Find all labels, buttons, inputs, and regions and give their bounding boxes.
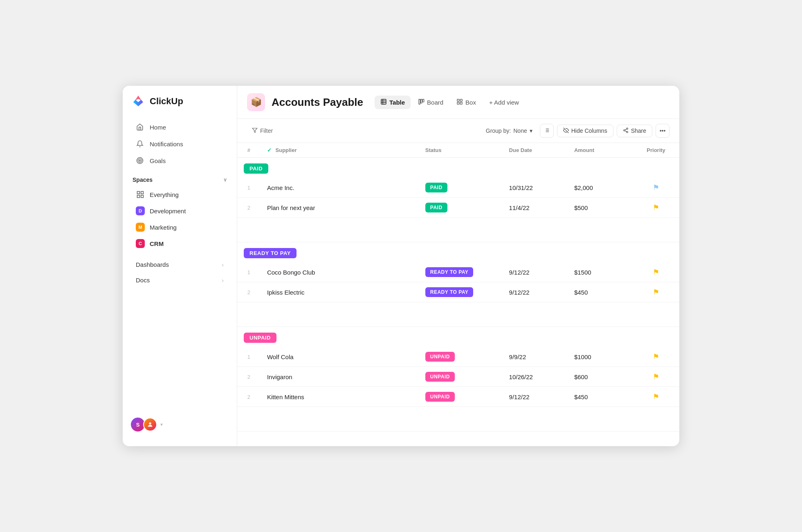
hide-columns-button[interactable]: Hide Columns [557, 125, 613, 137]
row-status[interactable]: UNPAID [419, 387, 503, 407]
col-header-status[interactable]: Status [419, 143, 503, 158]
row-status[interactable]: UNPAID [419, 367, 503, 387]
app-name: ClickUp [150, 96, 183, 107]
tab-table[interactable]: Table [375, 96, 411, 109]
table-wrapper: # ✓ Supplier Status Due Date Amount [237, 143, 679, 446]
tab-board[interactable]: Board [412, 96, 449, 109]
marketing-label: Marketing [150, 224, 177, 231]
row-supplier[interactable]: Kitten Mittens [261, 387, 419, 407]
tab-table-label: Table [389, 99, 405, 106]
row-supplier[interactable]: Ipkiss Electric [261, 282, 419, 302]
sidebar-item-everything[interactable]: Everything [126, 187, 234, 202]
sidebar-item-crm[interactable]: C CRM [126, 236, 234, 251]
svg-rect-6 [141, 192, 144, 194]
tab-box-label: Box [465, 99, 476, 106]
share-button[interactable]: Share [617, 125, 652, 137]
svg-point-9 [149, 422, 151, 425]
row-priority: ⚑ [633, 282, 679, 302]
svg-line-33 [625, 129, 627, 130]
table-row[interactable]: 1 Acme Inc. PAID 10/31/22 $2,000 ⚑ [237, 178, 679, 198]
col-header-duedate[interactable]: Due Date [503, 143, 568, 158]
more-options-button[interactable]: ••• [656, 124, 669, 138]
tab-box[interactable]: Box [451, 96, 482, 109]
table-row[interactable]: 2 Ipkiss Electric READY TO PAY 9/12/22 $… [237, 282, 679, 302]
row-amount: $1500 [568, 262, 633, 282]
everything-label: Everything [150, 191, 179, 198]
row-duedate: 11/4/22 [503, 198, 568, 218]
box-icon [456, 98, 463, 106]
sort-button[interactable] [540, 124, 554, 138]
sidebar-item-home[interactable]: Home [126, 119, 234, 135]
toolbar-right: Group by: None ▾ Hide Columns [482, 124, 669, 138]
add-view-button[interactable]: + Add view [483, 96, 525, 109]
group-label-cell: READY TO PAY [237, 242, 679, 263]
tab-board-label: Board [427, 99, 443, 106]
status-badge: UNPAID [425, 372, 455, 382]
row-priority: ⚑ [633, 262, 679, 282]
spaces-header: Spaces ∨ [123, 169, 237, 186]
svg-rect-14 [419, 99, 420, 104]
notifications-label: Notifications [150, 141, 183, 148]
table-row[interactable]: 2 Kitten Mittens UNPAID 9/12/22 $450 ⚑ [237, 387, 679, 407]
crm-label: CRM [150, 240, 164, 247]
col-status-label: Status [425, 147, 442, 153]
group-label-cell: UNPAID [237, 327, 679, 347]
row-supplier[interactable]: Coco Bongo Club [261, 262, 419, 282]
dashboards-chevron-icon: › [222, 261, 224, 268]
sidebar-nav: Home Notifications Goals [123, 118, 237, 169]
sidebar-bottom-nav: Dashboards › Docs › [123, 257, 237, 288]
table-row[interactable]: 2 Plan for next year PAID 11/4/22 $500 ⚑ [237, 198, 679, 218]
sidebar-item-docs[interactable]: Docs › [126, 273, 234, 288]
group-label-paid: PAID [244, 163, 268, 174]
docs-chevron-icon: › [222, 277, 224, 284]
table-row[interactable]: 1 Coco Bongo Club READY TO PAY 9/12/22 $… [237, 262, 679, 282]
col-header-supplier[interactable]: ✓ Supplier [261, 143, 419, 158]
goals-icon [136, 156, 144, 165]
row-amount: $2,000 [568, 178, 633, 198]
row-supplier[interactable]: Wolf Cola [261, 347, 419, 367]
row-status[interactable]: UNPAID [419, 347, 503, 367]
row-status[interactable]: READY TO PAY [419, 262, 503, 282]
row-duedate: 10/31/22 [503, 178, 568, 198]
table-header-row: # ✓ Supplier Status Due Date Amount [237, 143, 679, 158]
home-icon [136, 123, 144, 131]
row-num: 2 [237, 387, 261, 407]
row-supplier[interactable]: Plan for next year [261, 198, 419, 218]
col-header-amount[interactable]: Amount [568, 143, 633, 158]
table-body: PAID 1 Acme Inc. PAID 10/31/22 $2,000 ⚑ … [237, 158, 679, 431]
svg-point-3 [138, 159, 142, 163]
col-header-priority[interactable]: Priority [633, 143, 679, 158]
row-status[interactable]: READY TO PAY [419, 282, 503, 302]
filter-button[interactable]: Filter [247, 125, 278, 137]
table-row[interactable]: 2 Invigaron UNPAID 10/26/22 $600 ⚑ [237, 367, 679, 387]
status-badge: READY TO PAY [425, 287, 474, 297]
status-badge: READY TO PAY [425, 267, 474, 277]
svg-rect-8 [141, 195, 144, 198]
sidebar-item-dashboards[interactable]: Dashboards › [126, 257, 234, 272]
toolbar-left: Filter [247, 125, 278, 137]
svg-point-31 [626, 131, 628, 133]
row-status[interactable]: PAID [419, 178, 503, 198]
spaces-label: Spaces [133, 177, 153, 183]
user-menu-icon[interactable]: ▾ [160, 422, 163, 427]
row-supplier[interactable]: Acme Inc. [261, 178, 419, 198]
group-row-unpaid: UNPAID [237, 327, 679, 347]
row-supplier[interactable]: Invigaron [261, 367, 419, 387]
row-priority: ⚑ [633, 367, 679, 387]
marketing-icon: M [136, 223, 145, 232]
sidebar-item-marketing[interactable]: M Marketing [126, 219, 234, 235]
group-by-chevron-icon: ▾ [530, 127, 532, 134]
status-badge: UNPAID [425, 352, 455, 362]
row-status[interactable]: PAID [419, 198, 503, 218]
group-by-label: Group by: [486, 127, 511, 134]
group-label-cell: PAID [237, 158, 679, 178]
spaces-chevron-icon[interactable]: ∨ [223, 177, 227, 183]
table-row[interactable]: 1 Wolf Cola UNPAID 9/9/22 $1000 ⚑ [237, 347, 679, 367]
sidebar-item-notifications[interactable]: Notifications [126, 136, 234, 152]
col-supplier-label: Supplier [276, 147, 297, 153]
sidebar-item-development[interactable]: D Development [126, 203, 234, 219]
sidebar-item-goals[interactable]: Goals [126, 152, 234, 169]
status-badge: PAID [425, 203, 447, 212]
svg-rect-15 [421, 99, 422, 103]
group-by-button[interactable]: Group by: None ▾ [482, 125, 537, 136]
